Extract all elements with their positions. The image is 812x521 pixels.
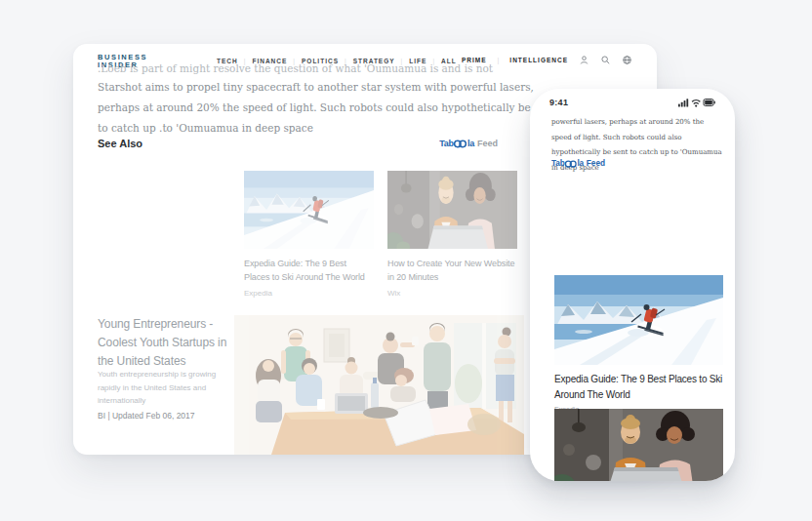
cellular-signal-icon [678, 99, 688, 106]
card-title[interactable]: Expedia Guide: The 9 Best Places to Ski … [554, 372, 723, 402]
couple-laptop-image[interactable] [387, 171, 517, 249]
couple-laptop-image[interactable] [554, 409, 723, 481]
phone-frame: 9:41 [530, 89, 735, 481]
search-icon[interactable] [600, 55, 611, 65]
card-source: Wix [387, 289, 517, 298]
taboola-feed-logo[interactable]: Tab la Feed [439, 139, 498, 148]
taboola-oo-icon [454, 140, 467, 148]
status-icons [678, 98, 715, 107]
design-canvas: BUSINESS INSIDER TECH FINANCE POLITICS S… [0, 0, 812, 521]
taboola-oo-icon [565, 159, 577, 167]
feature-story-title[interactable]: Young Entrepreneurs - Coolest Youth Star… [98, 315, 240, 371]
young-entrepreneurs-image[interactable] [234, 315, 524, 455]
globe-icon[interactable] [622, 55, 632, 65]
taboola-logo-text-2: la [577, 159, 584, 168]
taboola-logo-text-1: Tab [439, 139, 454, 148]
card-title[interactable]: Expedia Guide: The 9 Best Places to Ski … [244, 257, 374, 284]
taboola-feed-logo-phone[interactable]: Tab la Feed [551, 159, 605, 168]
sponsored-card-wix[interactable]: How to Create Your New Website in 20 Min… [387, 171, 517, 298]
ski-mountain-image[interactable] [244, 171, 374, 249]
feature-story-description: Youth entrepreneurship is growing rapidl… [98, 368, 223, 408]
phone-viewport: 9:41 [530, 89, 735, 481]
taboola-logo-text-1: Tab [551, 159, 565, 168]
card-title[interactable]: How to Create Your New Website in 20 Min… [387, 257, 517, 284]
battery-icon [704, 100, 715, 106]
card-source: Expedia [244, 289, 374, 298]
status-bar: 9:41 [530, 98, 735, 107]
taboola-feed-label: Feed [587, 159, 605, 168]
article-paragraph: Starshot aims to propel tiny spacecraft … [98, 77, 564, 139]
status-time: 9:41 [549, 98, 568, 107]
taboola-logo-text-2: la [467, 139, 474, 148]
feature-story-byline: BI | Updated Feb 06, 2017 [98, 411, 195, 421]
article-clipped-line: .Loeb is part of might resolve the quest… [98, 62, 564, 74]
wifi-icon [692, 100, 700, 107]
phone-sponsored-card-expedia[interactable]: Expedia Guide: The 9 Best Places to Ski … [554, 275, 723, 413]
account-icon[interactable] [579, 55, 589, 65]
taboola-feed-label: Feed [477, 139, 498, 148]
see-also-heading: See Also [98, 138, 142, 149]
ski-mountain-image[interactable] [554, 275, 723, 365]
sponsored-card-expedia[interactable]: Expedia Guide: The 9 Best Places to Ski … [244, 171, 374, 298]
